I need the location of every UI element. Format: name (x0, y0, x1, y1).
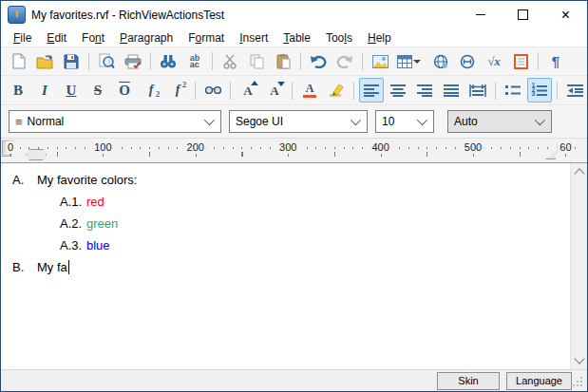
superscript-button[interactable]: f2 (165, 78, 190, 103)
document-line[interactable]: A.2.green (1, 213, 570, 234)
insert-picture-button[interactable] (368, 49, 392, 74)
minimize-button[interactable] (459, 1, 502, 28)
subscript-icon: f2 (149, 84, 154, 97)
picture-icon (372, 55, 389, 68)
document-line[interactable]: A.My favorite colors: (1, 169, 570, 191)
toolbar-separator (150, 52, 151, 70)
status-bar: Skin Language (1, 369, 587, 391)
find-button[interactable] (156, 49, 180, 74)
left-indent-marker[interactable] (26, 149, 47, 160)
justify-button[interactable] (439, 78, 464, 103)
paste-button[interactable] (271, 49, 295, 74)
save-button[interactable] (59, 49, 84, 74)
decrease-indent-button[interactable] (562, 78, 587, 103)
justify-wide-button[interactable] (465, 78, 490, 103)
open-folder-icon (36, 54, 54, 69)
insert-hyperlink-button[interactable] (428, 49, 453, 74)
text-caret (68, 260, 69, 274)
align-left-button[interactable] (359, 78, 384, 103)
bullet-list-icon (505, 84, 521, 97)
close-button[interactable]: × (544, 1, 587, 28)
cut-button[interactable] (218, 49, 242, 74)
document-line[interactable]: A.1.red (1, 191, 570, 213)
menu-file[interactable]: File (6, 29, 39, 47)
horizontal-ruler[interactable]: 010020030040050060 (1, 138, 587, 162)
toolbar-separator (88, 52, 89, 70)
redo-button[interactable] (332, 49, 357, 74)
highlighter-icon (329, 83, 345, 98)
show-paragraph-marks-button[interactable]: ¶ (543, 49, 568, 74)
undo-button[interactable] (306, 49, 331, 74)
style-lines-icon: ≡ (15, 115, 23, 129)
menu-bar: File Edit Font Paragraph Format Insert T… (1, 28, 587, 47)
highlight-button[interactable] (324, 78, 349, 103)
ruler-number: 300 (277, 141, 298, 154)
print-preview-button[interactable] (94, 49, 119, 74)
outdent-icon (567, 84, 583, 97)
italic-button[interactable]: I (32, 78, 57, 103)
zoom-or-color-combobox[interactable]: Auto (447, 110, 552, 133)
list-label: A. (12, 173, 37, 187)
menu-table[interactable]: Table (275, 29, 318, 47)
align-center-button[interactable] (386, 78, 410, 103)
print-icon (124, 54, 142, 69)
italic-icon: I (42, 84, 47, 98)
grow-font-button[interactable]: A (236, 78, 260, 103)
line-text: green (86, 216, 118, 231)
line-text: red (86, 195, 104, 209)
replace-button[interactable]: abac (182, 49, 207, 74)
menu-tools[interactable]: Tools (318, 29, 360, 47)
overline-button[interactable]: O (112, 78, 137, 103)
paragraph-style-combobox[interactable]: ≡ Normal (9, 110, 221, 133)
align-right-button[interactable] (412, 78, 437, 103)
shrink-font-button[interactable]: A (262, 78, 287, 103)
numbered-list-icon: 123 (532, 84, 548, 97)
character-style-button[interactable] (200, 78, 225, 103)
horizontal-line-icon (460, 54, 475, 69)
underline-icon: U (66, 84, 77, 98)
menu-help[interactable]: Help (360, 29, 399, 47)
open-button[interactable] (32, 49, 57, 74)
window-title: My favorites.rvf - RichViewActionsTest (31, 9, 224, 22)
menu-paragraph[interactable]: Paragraph (112, 29, 180, 47)
toolbar-separator (557, 82, 558, 100)
justify-wide-icon (469, 84, 486, 98)
line-text: My fa (37, 260, 67, 274)
font-size-combobox[interactable]: 10 (375, 110, 434, 133)
menu-format[interactable]: Format (180, 29, 232, 47)
toolbar-separator (230, 82, 231, 100)
menu-edit[interactable]: Edit (39, 29, 74, 47)
toolbar-separator (538, 52, 539, 70)
print-preview-icon (99, 53, 115, 69)
document-line[interactable]: A.3.blue (1, 234, 570, 256)
document-area[interactable]: A.My favorite colors:A.1.redA.2.greenA.3… (1, 163, 570, 369)
underline-button[interactable]: U (59, 78, 84, 103)
menu-insert[interactable]: Insert (232, 29, 275, 47)
language-button[interactable]: Language (506, 372, 572, 390)
bullet-list-button[interactable] (501, 78, 525, 103)
document-line[interactable]: B.My fa (1, 256, 570, 278)
ruler-number: 500 (463, 141, 484, 154)
scroll-down-icon[interactable] (574, 353, 584, 364)
line-text: blue (86, 238, 110, 252)
new-document-button[interactable] (6, 49, 30, 74)
app-window: My favorites.rvf - RichViewActionsTest ×… (0, 0, 588, 392)
insert-document-button[interactable] (508, 49, 533, 74)
insert-equation-button[interactable]: √x (482, 49, 506, 74)
subscript-button[interactable]: f2 (139, 78, 163, 103)
font-color-button[interactable]: A (297, 78, 322, 103)
font-name-combobox[interactable]: Segoe UI (229, 110, 368, 133)
vertical-scrollbar[interactable] (570, 163, 587, 369)
print-button[interactable] (121, 49, 145, 74)
strikethrough-button[interactable]: S (85, 78, 110, 103)
maximize-button[interactable] (502, 1, 544, 28)
copy-button[interactable] (244, 49, 269, 74)
insert-table-button[interactable] (394, 49, 427, 74)
insert-horizontal-line-button[interactable] (455, 49, 480, 74)
numbered-list-button[interactable]: 123 (527, 78, 552, 103)
scroll-up-icon[interactable] (574, 168, 584, 178)
menu-font[interactable]: Font (74, 29, 112, 47)
bold-button[interactable]: B (6, 78, 30, 103)
resize-grip[interactable] (573, 377, 584, 388)
skin-button[interactable]: Skin (437, 372, 500, 390)
